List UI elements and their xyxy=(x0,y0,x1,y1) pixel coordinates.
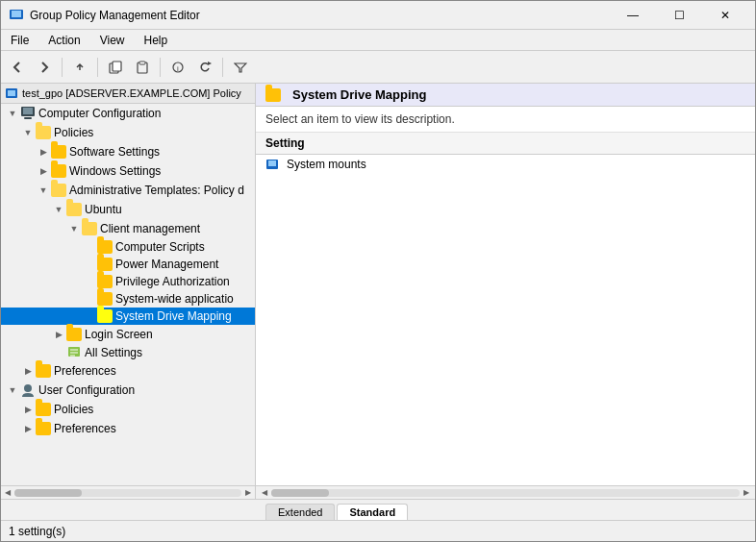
software-settings-label: Software Settings xyxy=(69,145,160,159)
properties-button[interactable]: i xyxy=(165,55,190,80)
expand-login-screen[interactable]: ▶ xyxy=(51,327,66,342)
tree-item-computer-config[interactable]: ▼ Computer Configuration xyxy=(1,104,255,123)
folder-icon-admin xyxy=(51,184,66,197)
folder-icon-windows xyxy=(51,164,66,178)
maximize-button[interactable]: ☐ xyxy=(657,1,701,30)
all-settings-label: All Settings xyxy=(85,346,142,359)
tree-item-priv-auth[interactable]: Privilege Authorization xyxy=(1,273,255,290)
tree-item-power-mgmt[interactable]: Power Management xyxy=(1,256,255,273)
settings-column-header: Setting xyxy=(256,133,755,155)
right-panel-title: System Drive Mapping xyxy=(292,87,426,102)
preferences-cc-label: Preferences xyxy=(54,364,116,378)
tree-item-preferences-cc[interactable]: ▶ Preferences xyxy=(1,361,255,381)
left-scroll-left[interactable]: ◀ xyxy=(1,486,14,500)
refresh-button[interactable] xyxy=(192,55,217,80)
tab-extended[interactable]: Extended xyxy=(265,504,335,520)
close-button[interactable]: ✕ xyxy=(703,1,747,30)
tree-item-admin-templates[interactable]: ▼ Administrative Templates: Policy d xyxy=(1,181,255,200)
folder-icon-drivemap xyxy=(97,309,113,323)
svg-rect-5 xyxy=(139,62,145,64)
tree-item-ubuntu[interactable]: ▼ Ubuntu xyxy=(1,200,255,219)
tree-scroll-area[interactable]: ▼ Computer Configuration ▼ xyxy=(1,104,255,485)
expand-preferences-uc[interactable]: ▶ xyxy=(20,421,36,436)
settings-area: Setting System mounts xyxy=(256,133,755,485)
svg-point-17 xyxy=(24,384,32,392)
folder-icon-ubuntu xyxy=(66,203,82,216)
menu-file[interactable]: File xyxy=(1,30,38,50)
window-controls: — ☐ ✕ xyxy=(611,1,747,30)
computer-config-label: Computer Configuration xyxy=(38,107,161,120)
filter-button[interactable] xyxy=(228,55,253,80)
expand-computer-config[interactable]: ▼ xyxy=(5,106,20,121)
tree-item-windows-settings[interactable]: ▶ Windows Settings xyxy=(1,161,255,181)
expand-ubuntu[interactable]: ▼ xyxy=(51,202,66,217)
tree-item-policies-uc[interactable]: ▶ Policies xyxy=(1,400,255,419)
tree-item-all-settings[interactable]: All Settings xyxy=(1,344,255,361)
up-button[interactable] xyxy=(67,55,92,80)
expand-client-mgmt[interactable]: ▼ xyxy=(66,221,82,236)
window-title: Group Policy Management Editor xyxy=(30,9,611,22)
tree-item-computer-scripts[interactable]: Computer Scripts xyxy=(1,238,255,256)
expand-admin-templates[interactable]: ▼ xyxy=(36,183,51,198)
left-scroll-thumb[interactable] xyxy=(14,489,82,497)
menu-help[interactable]: Help xyxy=(135,30,178,50)
settings-item-icon xyxy=(265,159,279,170)
menu-view[interactable]: View xyxy=(90,30,135,50)
tree-item-user-config[interactable]: ▼ User Configuration xyxy=(1,381,255,400)
tab-bar: Extended Standard xyxy=(1,499,755,520)
expand-policies-cc[interactable]: ▼ xyxy=(20,125,36,140)
menu-action[interactable]: Action xyxy=(38,30,89,50)
right-scroll-right[interactable]: ▶ xyxy=(740,486,753,500)
sys-wide-label: System-wide applicatio xyxy=(115,292,234,306)
tab-standard[interactable]: Standard xyxy=(337,504,408,520)
svg-text:i: i xyxy=(177,64,179,73)
folder-icon-policies-uc xyxy=(36,403,51,416)
copy-button[interactable] xyxy=(103,55,128,80)
folder-icon-scripts xyxy=(97,240,113,254)
left-scroll-track[interactable] xyxy=(14,489,241,497)
computer-icon xyxy=(20,107,36,120)
title-bar: Group Policy Management Editor — ☐ ✕ xyxy=(1,1,755,30)
tree-item-sys-drive-map[interactable]: System Drive Mapping xyxy=(1,308,255,325)
expand-preferences-cc[interactable]: ▶ xyxy=(20,363,36,379)
toolbar-separator-1 xyxy=(62,58,63,77)
computer-scripts-label: Computer Scripts xyxy=(115,240,205,254)
tree-item-policies-cc[interactable]: ▼ Policies xyxy=(1,123,255,142)
expand-software-settings[interactable]: ▶ xyxy=(36,144,51,160)
tab-extended-label: Extended xyxy=(278,506,322,518)
header-folder-icon xyxy=(265,88,281,102)
expand-user-config[interactable]: ▼ xyxy=(5,382,20,398)
svg-rect-19 xyxy=(268,160,276,166)
tree-item-preferences-uc[interactable]: ▶ Preferences xyxy=(1,419,255,438)
back-button[interactable] xyxy=(5,55,30,80)
toolbar: i xyxy=(1,51,755,84)
expand-policies-uc[interactable]: ▶ xyxy=(20,402,36,417)
folder-icon-client xyxy=(82,222,97,235)
sys-drive-map-label: System Drive Mapping xyxy=(115,309,232,323)
tree-item-sys-wide[interactable]: System-wide applicatio xyxy=(1,290,255,308)
tree-item-software-settings[interactable]: ▶ Software Settings xyxy=(1,142,255,161)
svg-rect-9 xyxy=(8,90,15,96)
right-horizontal-scrollbar[interactable]: ◀ ▶ xyxy=(256,485,755,499)
svg-rect-3 xyxy=(113,62,121,71)
folder-icon-pref-cc xyxy=(36,364,51,378)
left-horizontal-scrollbar[interactable]: ◀ ▶ xyxy=(1,485,255,499)
expand-windows-settings[interactable]: ▶ xyxy=(36,163,51,179)
right-scroll-left[interactable]: ◀ xyxy=(258,486,271,500)
right-panel-header: System Drive Mapping xyxy=(256,84,755,107)
description-text: Select an item to view its description. xyxy=(265,112,455,126)
tree-root[interactable]: test_gpo [ADSERVER.EXAMPLE.COM] Policy xyxy=(1,84,255,104)
tree-item-login-screen[interactable]: ▶ Login Screen xyxy=(1,325,255,344)
right-panel: System Drive Mapping Select an item to v… xyxy=(256,84,755,499)
status-text: 1 setting(s) xyxy=(9,525,65,538)
forward-button[interactable] xyxy=(32,55,57,80)
settings-item-system-mounts[interactable]: System mounts xyxy=(256,155,755,174)
tree-root-label: test_gpo [ADSERVER.EXAMPLE.COM] Policy xyxy=(22,87,241,99)
svg-rect-11 xyxy=(23,108,33,114)
right-scroll-track[interactable] xyxy=(271,489,740,497)
paste-button[interactable] xyxy=(130,55,155,80)
tree-item-client-mgmt[interactable]: ▼ Client management xyxy=(1,219,255,238)
right-scroll-thumb[interactable] xyxy=(271,489,329,497)
minimize-button[interactable]: — xyxy=(611,1,655,30)
left-scroll-right[interactable]: ▶ xyxy=(241,486,255,500)
